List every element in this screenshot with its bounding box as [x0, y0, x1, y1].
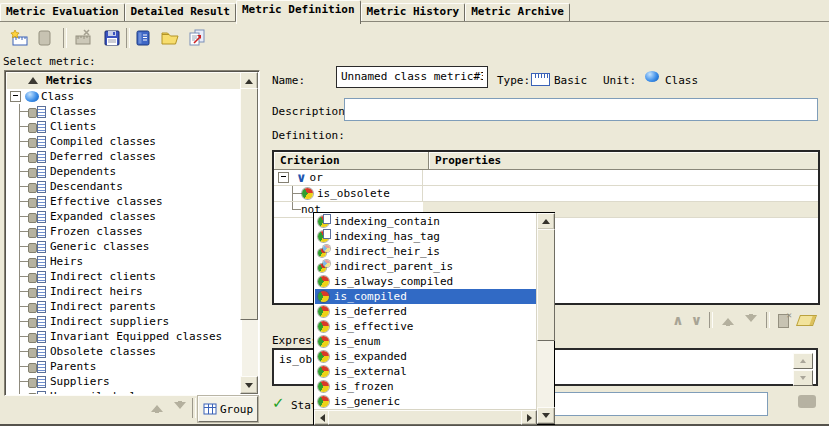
and-operator-icon[interactable]: ∧: [672, 311, 683, 329]
unit-label: Unit:: [603, 74, 636, 87]
tree-item[interactable]: Indirect heirs: [6, 284, 242, 299]
tree-item-clipped[interactable]: Uncompiled classes: [6, 389, 242, 394]
name-input[interactable]: [341, 70, 483, 83]
metric-tree: Metrics Class Classes Clients: [4, 70, 260, 396]
scroll-down-button[interactable]: [240, 376, 258, 394]
scrollbar-thumb[interactable]: [328, 410, 523, 425]
tree-root-row[interactable]: Class: [6, 89, 242, 104]
tree-item-label: Indirect parents: [50, 300, 156, 313]
tab[interactable]: Detailed Result: [125, 3, 236, 22]
tree-item-label: Classes: [50, 105, 96, 118]
dropdown-horizontal-scrollbar[interactable]: [314, 409, 537, 424]
criterion-option[interactable]: is_effective: [315, 319, 537, 334]
tree-item[interactable]: Effective classes: [6, 194, 242, 209]
tree-item[interactable]: Indirect suppliers: [6, 314, 242, 329]
definition-row-or[interactable]: ∨ or: [274, 170, 818, 186]
or-operator-icon[interactable]: ∨: [691, 311, 702, 329]
tree-item-label: Indirect suppliers: [50, 315, 169, 328]
move-up-button[interactable]: [720, 312, 736, 328]
tree-item[interactable]: Indirect clients: [6, 269, 242, 284]
tree-item[interactable]: Clients: [6, 119, 242, 134]
criterion-option-label: indirect_heir_is: [334, 245, 440, 258]
move-down-button[interactable]: [172, 399, 188, 415]
tree-item[interactable]: Indirect parents: [6, 299, 242, 314]
criterion-label: or: [310, 171, 323, 184]
tree-item[interactable]: Descendants: [6, 179, 242, 194]
tree-item[interactable]: Invariant Equipped classes: [6, 329, 242, 344]
criterion-option[interactable]: is_expanded: [315, 349, 537, 364]
scrollbar-thumb[interactable]: [537, 229, 555, 341]
group-grid-icon: [203, 403, 218, 416]
tree-item[interactable]: Expanded classes: [6, 209, 242, 224]
criterion-kind-icon: [318, 396, 329, 407]
criterion-column-header[interactable]: Criterion: [274, 152, 429, 169]
open-metric-definition-icon[interactable]: [132, 27, 154, 49]
tree-item[interactable]: Deferred classes: [6, 149, 242, 164]
tree-item[interactable]: Parents: [6, 359, 242, 374]
metric-tool-panel: Metric EvaluationDetailed ResultMetric D…: [0, 0, 829, 426]
criterion-option[interactable]: indirect_parent_is: [315, 259, 537, 274]
scroll-up-button[interactable]: [793, 353, 813, 369]
criterion-option[interactable]: is_external: [315, 364, 537, 379]
scroll-up-button[interactable]: [537, 213, 555, 230]
tree-item[interactable]: Frozen classes: [6, 224, 242, 239]
description-input[interactable]: [349, 102, 813, 115]
tab[interactable]: Metric Definition: [236, 0, 361, 24]
save-metric-icon[interactable]: [101, 27, 123, 49]
new-metric-icon[interactable]: [8, 27, 30, 49]
tree-item[interactable]: Dependents: [6, 164, 242, 179]
scrollbar-thumb[interactable]: [240, 88, 258, 320]
tree-item[interactable]: Obsolete classes: [6, 344, 242, 359]
criterion-option-label: is_expanded: [334, 350, 407, 363]
name-field[interactable]: [336, 66, 488, 88]
tree-item-label: Clients: [50, 120, 96, 133]
dropdown-vertical-scrollbar[interactable]: [536, 213, 554, 424]
criterion-kind-icon: [318, 306, 329, 317]
criterion-option[interactable]: is_generic: [315, 394, 537, 409]
criterion-option[interactable]: is_compiled: [315, 289, 537, 304]
criterion-kind-icon: [318, 216, 329, 227]
criterion-option[interactable]: is_deferred: [315, 304, 537, 319]
tree-item[interactable]: Heirs: [6, 254, 242, 269]
scroll-right-button[interactable]: [521, 410, 537, 425]
criterion-option[interactable]: is_enum: [315, 334, 537, 349]
tab[interactable]: Metric Evaluation: [0, 3, 125, 22]
scroll-down-button[interactable]: [793, 370, 813, 386]
toolbar-separator: [63, 28, 67, 48]
metric-icon: [28, 135, 46, 148]
criterion-option[interactable]: indirect_heir_is: [315, 244, 537, 259]
tab[interactable]: Metric History: [361, 3, 466, 22]
delete-criterion-icon[interactable]: [777, 313, 791, 327]
tree-column-header[interactable]: Metrics: [6, 72, 242, 90]
criterion-option[interactable]: is_always_compiled: [315, 274, 537, 289]
tree-item[interactable]: Classes: [6, 104, 242, 119]
delete-metric-icon[interactable]: [72, 27, 94, 49]
criterion-dropdown-list: indexing_contain indexing_has_tag indire…: [315, 214, 537, 409]
scroll-down-button[interactable]: [537, 407, 555, 424]
export-metrics-icon[interactable]: [186, 27, 208, 49]
comment-bubble-icon[interactable]: [798, 395, 816, 408]
criterion-option[interactable]: is_frozen: [315, 379, 537, 394]
tree-item[interactable]: Suppliers: [6, 374, 242, 389]
criterion-option-label: is_effective: [334, 320, 413, 333]
description-label: Description:: [272, 105, 351, 118]
definition-row-is-obsolete[interactable]: is_obsolete: [274, 186, 818, 202]
import-metrics-icon[interactable]: [159, 27, 181, 49]
collapse-toggle-icon[interactable]: [10, 91, 21, 102]
group-toggle-button[interactable]: Group: [198, 396, 258, 422]
tree-line: [19, 284, 28, 299]
move-down-button[interactable]: [743, 312, 759, 328]
criterion-option[interactable]: indexing_has_tag: [315, 229, 537, 244]
criterion-option[interactable]: indexing_contain: [315, 214, 537, 229]
tree-item[interactable]: Compiled classes: [6, 134, 242, 149]
eraser-icon[interactable]: [796, 315, 817, 326]
copy-metric-icon[interactable]: [33, 27, 55, 49]
metric-icon: [28, 180, 46, 193]
metric-icon: [28, 120, 46, 133]
description-field[interactable]: [344, 98, 818, 121]
tree-item[interactable]: Generic classes: [6, 239, 242, 254]
tab[interactable]: Metric Archive: [465, 3, 570, 22]
collapse-toggle-icon[interactable]: [278, 172, 289, 183]
properties-column-header[interactable]: Properties: [429, 152, 818, 169]
move-up-button[interactable]: [149, 399, 165, 415]
